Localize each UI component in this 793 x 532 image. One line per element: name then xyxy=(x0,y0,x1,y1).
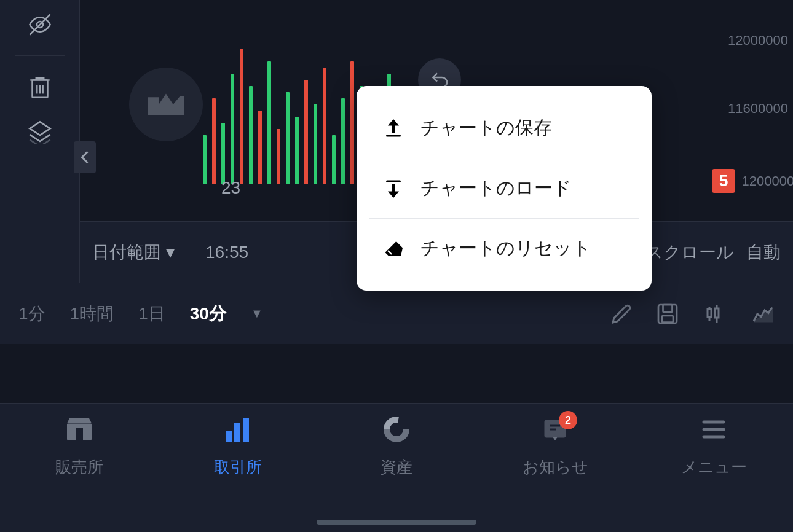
layers-icon[interactable] xyxy=(28,120,52,144)
date-range-label: 日付範囲 xyxy=(92,241,161,264)
timeframe-1day[interactable]: 1日 xyxy=(138,302,165,326)
nav-item-oshirase[interactable]: 2 お知らせ xyxy=(476,416,634,478)
context-menu-save-label: チャートの保存 xyxy=(420,115,552,141)
upload-icon xyxy=(381,117,406,139)
area-chart-icon[interactable] xyxy=(751,303,775,325)
svg-rect-10 xyxy=(708,309,711,316)
chart-bar-icon xyxy=(223,416,253,449)
svg-rect-19 xyxy=(234,423,240,442)
nav-label-hanbaijo: 販売所 xyxy=(55,456,103,478)
nav-label-shisan: 資産 xyxy=(381,456,412,478)
nav-label-torihikijo: 取引所 xyxy=(214,456,262,478)
notification-badge: 2 xyxy=(559,411,577,429)
trash-icon[interactable] xyxy=(28,74,52,101)
nav-item-menu[interactable]: メニュー xyxy=(634,416,793,478)
svg-rect-29 xyxy=(386,135,401,136)
context-menu-save[interactable]: チャートの保存 xyxy=(357,98,652,158)
svg-rect-18 xyxy=(226,431,232,442)
download-icon xyxy=(381,178,406,200)
svg-rect-6 xyxy=(658,305,677,323)
sidebar-divider xyxy=(15,55,65,56)
save-chart-icon[interactable] xyxy=(657,303,679,325)
timeframe-1hour[interactable]: 1時間 xyxy=(70,302,114,326)
svg-rect-17 xyxy=(76,428,83,440)
context-menu-reset[interactable]: チャートのリセット xyxy=(357,219,652,278)
time-display: 16:55 xyxy=(205,243,248,262)
nav-item-hanbaijo[interactable]: 販売所 xyxy=(0,416,159,478)
context-menu-reset-label: チャートのリセット xyxy=(420,236,591,261)
auto-label: 自動 xyxy=(746,241,781,264)
svg-rect-13 xyxy=(715,308,719,318)
svg-marker-5 xyxy=(30,122,50,135)
timeframe-dropdown[interactable]: ▼ xyxy=(251,307,263,321)
menu-icon xyxy=(699,416,728,449)
price-level-3: 1200000 xyxy=(741,173,793,189)
nav-label-oshirase: お知らせ xyxy=(523,456,588,478)
store-icon xyxy=(65,416,94,449)
home-indicator xyxy=(317,520,476,525)
collapse-button[interactable] xyxy=(74,141,96,173)
eraser-icon xyxy=(381,238,406,260)
date-range-dropdown-icon: ▾ xyxy=(166,242,175,262)
nav-label-menu: メニュー xyxy=(681,456,747,478)
donut-chart-icon xyxy=(382,416,411,449)
date-label: 23 xyxy=(221,178,240,198)
scroll-mode-label: スクロール xyxy=(645,241,734,264)
price-level-1: 12000000 xyxy=(712,33,788,49)
context-menu: チャートの保存 チャートのロード チャートのリセット xyxy=(357,86,652,291)
notification-icon: 2 xyxy=(540,416,570,449)
left-sidebar xyxy=(0,0,80,301)
date-range-button[interactable]: 日付範囲 ▾ xyxy=(92,241,175,264)
candlestick-icon[interactable] xyxy=(703,303,727,325)
bottom-nav: 販売所 取引所 資産 xyxy=(0,403,793,532)
eye-icon[interactable] xyxy=(28,12,52,37)
context-menu-load-label: チャートのロード xyxy=(420,176,572,201)
timeframe-30min[interactable]: 30分 xyxy=(190,302,226,326)
nav-item-torihikijo[interactable]: 取引所 xyxy=(159,416,317,478)
nav-item-shisan[interactable]: 資産 xyxy=(317,416,476,478)
svg-rect-7 xyxy=(663,305,673,312)
svg-rect-30 xyxy=(386,180,401,182)
svg-rect-8 xyxy=(662,316,673,323)
timeframe-bar: 1分 1時間 1日 30分 ▼ xyxy=(0,283,793,344)
timeframe-1min[interactable]: 1分 xyxy=(18,302,45,326)
price-badge: 5 xyxy=(712,169,735,193)
context-menu-load[interactable]: チャートのロード xyxy=(357,158,652,218)
price-level-2: 11600000 xyxy=(712,101,788,117)
pencil-icon[interactable] xyxy=(611,303,632,324)
svg-rect-20 xyxy=(243,418,249,442)
